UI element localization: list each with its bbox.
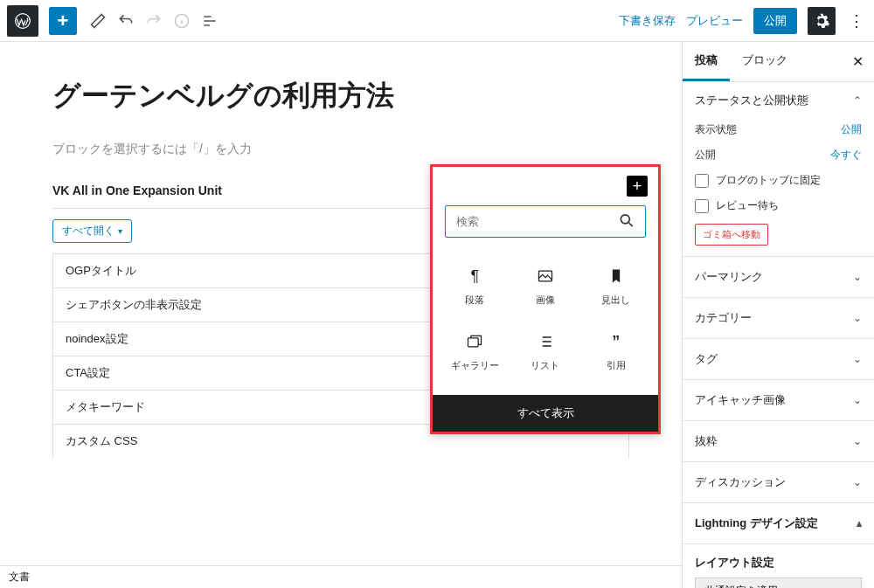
settings-sidebar: 投稿 ブロック ✕ ステータスと公開状態 ⌃ 表示状態 公開 公開 今すぐ: [682, 42, 874, 588]
layout-title: レイアウト設定: [695, 555, 862, 571]
tab-block[interactable]: ブロック: [730, 42, 800, 81]
chevron-down-icon: ⌄: [853, 271, 862, 283]
block-gallery[interactable]: ギャラリー: [441, 321, 509, 383]
undo-icon[interactable]: [112, 7, 140, 35]
block-paragraph[interactable]: ¶ 段落: [441, 255, 509, 317]
bookmark-icon: [606, 266, 627, 287]
post-title[interactable]: グーテンベルグの利用方法: [52, 77, 629, 115]
block-list[interactable]: リスト: [512, 321, 579, 383]
gallery-icon: [464, 331, 485, 352]
visibility-value[interactable]: 公開: [841, 122, 862, 137]
status-panel-header[interactable]: ステータスと公開状態 ⌃: [695, 93, 862, 108]
edit-icon[interactable]: [84, 7, 112, 35]
info-icon[interactable]: [168, 7, 196, 35]
save-draft-link[interactable]: 下書き保存: [619, 13, 676, 29]
block-heading[interactable]: 見出し: [582, 255, 649, 317]
panel-featured-image[interactable]: アイキャッチ画像 ⌄: [683, 380, 874, 421]
close-sidebar-button[interactable]: ✕: [842, 46, 874, 77]
pending-checkbox[interactable]: レビュー待ち: [695, 193, 862, 218]
chevron-down-icon: ⌄: [853, 394, 862, 406]
publish-value[interactable]: 今すぐ: [830, 148, 862, 163]
chevron-down-icon: ⌄: [853, 476, 862, 488]
chevron-up-icon: ▴: [857, 517, 862, 529]
tab-post[interactable]: 投稿: [683, 42, 730, 81]
visibility-label: 表示状態: [695, 122, 841, 137]
layout-select[interactable]: 共通設定を適用: [695, 578, 862, 588]
outline-icon[interactable]: [196, 7, 224, 35]
search-icon: [618, 211, 635, 232]
add-block-button[interactable]: +: [49, 7, 77, 35]
publish-label: 公開: [695, 148, 830, 163]
block-placeholder-hint[interactable]: ブロックを選択するには「/」を入力: [52, 142, 629, 157]
block-quote[interactable]: ” 引用: [582, 321, 649, 383]
panel-excerpt[interactable]: 抜粋 ⌄: [683, 421, 874, 462]
footer-breadcrumb[interactable]: 文書: [0, 565, 682, 588]
top-toolbar: + 下書き保存 プレビュー 公開 ⋮: [0, 0, 874, 42]
settings-button[interactable]: [808, 7, 836, 35]
panel-lightning[interactable]: Lightning デザイン設定 ▴: [683, 503, 874, 544]
stick-top-checkbox[interactable]: ブログのトップに固定: [695, 168, 862, 193]
more-menu-button[interactable]: ⋮: [846, 11, 867, 31]
publish-button[interactable]: 公開: [753, 8, 797, 34]
inserter-plus-button[interactable]: +: [627, 176, 648, 197]
svg-rect-4: [468, 338, 479, 347]
search-input[interactable]: [445, 205, 646, 238]
list-icon: [535, 331, 556, 352]
quote-icon: ”: [606, 331, 627, 352]
svg-point-2: [621, 214, 629, 223]
open-all-button[interactable]: すべて開く: [52, 219, 132, 243]
panel-category[interactable]: カテゴリー ⌄: [683, 298, 874, 339]
redo-icon[interactable]: [140, 7, 168, 35]
chevron-up-icon: ⌃: [853, 94, 862, 107]
panel-permalink[interactable]: パーマリンク ⌄: [683, 257, 874, 298]
show-all-button[interactable]: すべて表示: [433, 395, 658, 432]
chevron-down-icon: ⌄: [853, 353, 862, 365]
chevron-down-icon: ⌄: [853, 435, 862, 447]
chevron-down-icon: ⌄: [853, 312, 862, 324]
block-image[interactable]: 画像: [512, 255, 579, 317]
preview-link[interactable]: プレビュー: [686, 13, 743, 29]
paragraph-icon: ¶: [464, 266, 485, 287]
block-inserter-popover: + ¶ 段落: [430, 164, 661, 434]
image-icon: [535, 266, 556, 287]
panel-discussion[interactable]: ディスカッション ⌄: [683, 462, 874, 503]
trash-link[interactable]: ゴミ箱へ移動: [695, 224, 768, 246]
gear-icon: [813, 12, 830, 30]
wp-logo[interactable]: [7, 5, 38, 37]
editor-canvas: グーテンベルグの利用方法 ブロックを選択するには「/」を入力 VK All in…: [0, 42, 682, 588]
panel-tag[interactable]: タグ ⌄: [683, 339, 874, 380]
